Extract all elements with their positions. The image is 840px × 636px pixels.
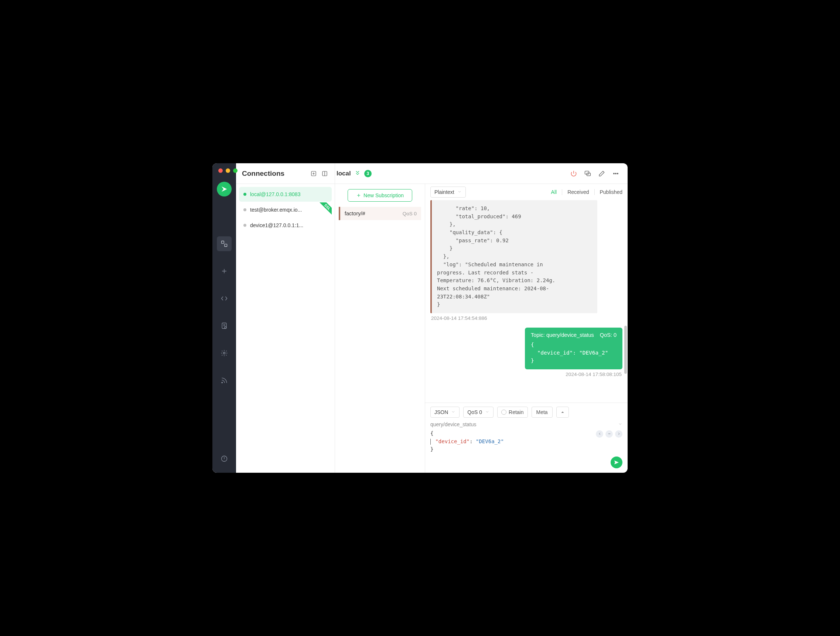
messages-scroll[interactable]: "rate": 10, "total_produced": 469 }, "qu… (425, 200, 628, 402)
connection-label: test@broker.emqx.io... (250, 207, 302, 213)
retain-toggle[interactable]: Retain (497, 407, 527, 418)
svg-rect-0 (222, 241, 224, 244)
status-dot-icon (243, 208, 246, 211)
chevron-down-icon (451, 409, 455, 415)
fold-left-button[interactable] (596, 430, 603, 438)
composer-format-value: JSON (434, 409, 448, 415)
svg-rect-1 (224, 244, 227, 247)
new-subscription-label: New Subscription (363, 193, 404, 198)
svg-point-5 (222, 382, 223, 383)
separator (594, 189, 595, 195)
meta-button[interactable]: Meta (532, 407, 553, 418)
new-subscription-button[interactable]: New Subscription (347, 189, 412, 202)
chevron-down-icon (485, 409, 489, 415)
connection-item[interactable]: test@broker.emqx.io... SSL (239, 202, 332, 217)
published-message-timestamp: 2024-08-14 17:58:08:105 (430, 372, 622, 377)
filter-published-tab[interactable]: Published (600, 189, 623, 195)
messages-filterbar: Plaintext All Received Published (425, 184, 628, 200)
connection-item[interactable]: local@127.0.0.1:8083 (239, 187, 332, 202)
composer-format-select[interactable]: JSON (430, 407, 459, 418)
text-cursor (430, 439, 431, 445)
composer-body-close: } (430, 446, 433, 452)
svg-point-13 (617, 173, 618, 174)
fold-collapse-button[interactable] (605, 430, 613, 438)
publish-composer: JSON QoS 0 Retain Meta (425, 402, 628, 473)
published-body: { "device_id": "DEV6a_2" } (531, 341, 616, 365)
payload-format-select[interactable]: Plaintext (430, 186, 466, 197)
nav-logs[interactable] (217, 318, 232, 333)
connections-panel: Connections local@127.0.0.1:8083 test@br… (236, 163, 335, 473)
connection-item[interactable]: device1@127.0.0.1:1... (239, 218, 332, 233)
new-connection-button[interactable] (309, 169, 318, 178)
connection-label: local@127.0.0.1:8083 (250, 191, 300, 197)
subscription-count-badge: 3 (364, 170, 372, 177)
published-message: Topic: query/device_status QoS: 0 { "dev… (525, 328, 622, 369)
separator (562, 189, 562, 195)
minimize-window-button[interactable] (226, 169, 230, 173)
disconnect-button[interactable] (569, 169, 578, 178)
published-qos: QoS: 0 (600, 332, 616, 338)
filter-received-tab[interactable]: Received (567, 189, 589, 195)
more-button[interactable] (611, 169, 620, 178)
ssl-badge: SSL (318, 202, 332, 216)
connections-header: Connections (236, 163, 335, 184)
subscription-qos: QoS 0 (403, 211, 417, 216)
collapse-composer-button[interactable] (556, 407, 569, 418)
composer-body-colon: : (469, 439, 476, 444)
traffic-lights (218, 169, 237, 173)
connection-label: device1@127.0.0.1:1... (250, 223, 303, 228)
radio-icon (501, 410, 507, 415)
composer-body-key: "device_id" (435, 439, 469, 444)
composer-qos-select[interactable]: QoS 0 (463, 407, 494, 418)
connection-topbar: local 3 (335, 163, 628, 184)
chevron-down-icon[interactable] (618, 421, 622, 427)
received-message-body: "rate": 10, "total_produced": 469 }, "qu… (437, 205, 555, 307)
nav-connections[interactable] (217, 237, 232, 251)
connections-title: Connections (242, 169, 306, 178)
chat-button[interactable] (583, 169, 592, 178)
close-window-button[interactable] (218, 169, 223, 173)
published-topic: Topic: query/device_status (531, 332, 594, 338)
status-dot-icon (243, 224, 246, 227)
subscriptions-panel: New Subscription factory/# QoS 0 (335, 184, 425, 473)
svg-point-11 (614, 173, 615, 174)
send-button[interactable] (611, 456, 622, 468)
app-logo (217, 182, 232, 196)
messages-panel: Plaintext All Received Published "rate":… (425, 184, 628, 473)
subscription-topic: factory/# (345, 210, 403, 216)
nav-feed[interactable] (217, 373, 232, 388)
nav-scripts[interactable] (217, 291, 232, 306)
composer-body-input[interactable]: { "device_id": "DEV6a_2" } (425, 429, 628, 456)
app-window: Connections local@127.0.0.1:8083 test@br… (212, 163, 628, 473)
meta-label: Meta (536, 409, 548, 415)
toggle-layout-button[interactable] (321, 169, 329, 178)
nav-new[interactable] (217, 264, 232, 278)
payload-format-value: Plaintext (434, 189, 454, 195)
status-dot-icon (243, 193, 246, 196)
scrollbar-thumb[interactable] (624, 326, 627, 374)
svg-point-4 (224, 352, 225, 354)
collapse-subs-button[interactable] (355, 170, 360, 177)
maximize-window-button[interactable] (233, 169, 237, 173)
composer-body-value: "DEV6a_2" (476, 439, 504, 444)
received-message: "rate": 10, "total_produced": 469 }, "qu… (430, 200, 597, 313)
nav-rail (212, 163, 236, 473)
received-message-timestamp: 2024-08-14 17:54:54:886 (431, 316, 622, 321)
main-area: local 3 (335, 163, 628, 473)
json-fold-controls (596, 430, 622, 438)
nav-settings[interactable] (217, 346, 232, 360)
connections-list: local@127.0.0.1:8083 test@broker.emqx.io… (236, 184, 335, 236)
connection-name: local (336, 170, 351, 177)
edit-button[interactable] (597, 169, 606, 178)
composer-body-open: { (430, 430, 433, 436)
composer-topic-input[interactable]: query/device_status (430, 421, 618, 427)
composer-qos-value: QoS 0 (467, 409, 482, 415)
retain-label: Retain (508, 409, 523, 415)
svg-point-3 (224, 327, 226, 329)
filter-all-tab[interactable]: All (551, 189, 557, 195)
chevron-down-icon (457, 189, 462, 195)
subscription-item[interactable]: factory/# QoS 0 (339, 207, 421, 220)
nav-help[interactable] (217, 451, 232, 466)
fold-right-button[interactable] (615, 430, 622, 438)
svg-point-12 (616, 173, 616, 174)
